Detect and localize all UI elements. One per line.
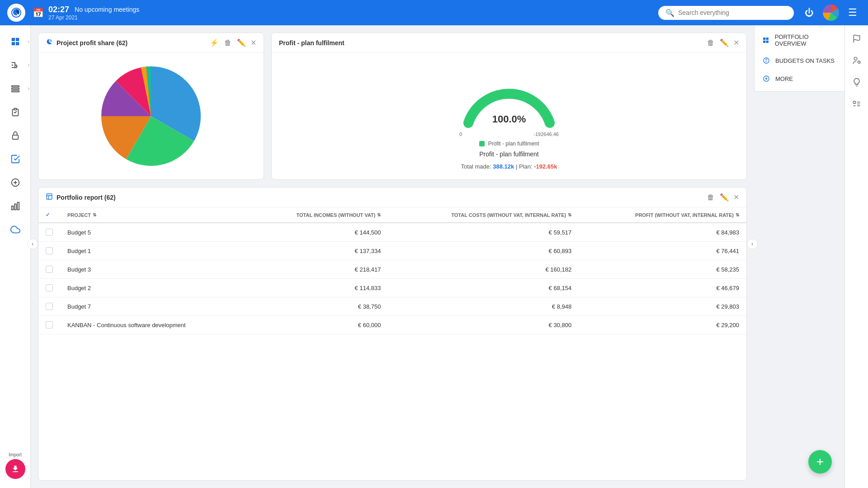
svg-rect-7: [11, 91, 19, 92]
sort-icon-incomes: ⇅: [377, 212, 381, 217]
sidebar-item-tasks[interactable]: [5, 101, 26, 123]
pie-widget-title-text: Project profit share (62): [57, 39, 127, 47]
svg-rect-5: [11, 86, 19, 87]
row-costs-0: € 59,517: [388, 223, 579, 242]
svg-rect-24: [853, 101, 855, 103]
table-widget-actions: 🗑 ✏️ ✕: [706, 192, 739, 202]
row-check-0[interactable]: [38, 223, 60, 242]
row-check-4[interactable]: [38, 297, 60, 316]
table-row[interactable]: Budget 5 € 144,500 € 59,517 € 84,983: [38, 223, 746, 242]
sidebar-item-check[interactable]: [5, 148, 26, 170]
pie-widget-bolt-button[interactable]: ⚡: [209, 38, 220, 48]
pie-title-icon: [46, 38, 53, 47]
power-button[interactable]: ⏻: [801, 5, 817, 21]
add-fab-button[interactable]: +: [808, 450, 832, 474]
svg-rect-6: [11, 88, 19, 89]
calendar-icon: 📅: [33, 7, 44, 18]
search-icon: 🔍: [665, 9, 675, 17]
bulb-button[interactable]: [849, 74, 865, 90]
sidebar-item-list[interactable]: ›: [5, 78, 26, 99]
expand-right-button[interactable]: ›: [747, 239, 758, 249]
th-profit[interactable]: PROFIT (WITHOUT VAT, INTERNAL RATE) ⇅: [579, 207, 746, 223]
table-row[interactable]: Budget 3 € 218,417 € 160,182 € 58,235: [38, 260, 746, 279]
row-profit-2: € 58,235: [579, 260, 746, 279]
table-header-row: ✓ PROJECT ⇅ TOTAL INCOMES (WITHOUT VAT): [38, 207, 746, 223]
svg-rect-8: [14, 108, 17, 110]
row-project-1: Budget 1: [60, 242, 248, 260]
right-panel: [844, 25, 868, 488]
sidebar-item-add-circle[interactable]: [5, 172, 26, 193]
row-check-2[interactable]: [38, 260, 60, 279]
gauge-subtitle: Profit - plan fulfilment: [479, 150, 539, 158]
th-total-costs[interactable]: TOTAL COSTS (WITHOUT VAT, INTERNAL RATE)…: [388, 207, 579, 223]
table-widget: Portfolio report (62) 🗑 ✏️ ✕ ✓ PR: [38, 187, 747, 481]
table-widget-title-text: Portfolio report (62): [57, 194, 116, 201]
row-check-1[interactable]: [38, 242, 60, 260]
table-row[interactable]: KANBAN - Continuous software development…: [38, 316, 746, 334]
gauge-widget-edit-button[interactable]: ✏️: [719, 38, 730, 48]
table-widget-title: Portfolio report (62): [46, 193, 116, 202]
import-button[interactable]: [5, 459, 25, 479]
row-incomes-0: € 144,500: [248, 223, 388, 242]
svg-rect-2: [15, 38, 19, 41]
row-costs-5: € 30,800: [388, 316, 579, 334]
right-menu-panel: PORTFOLIO OVERVIEW BUDGETS ON TASKS MORE: [754, 25, 844, 92]
import-label: Import: [9, 452, 21, 457]
menu-item-more[interactable]: MORE: [755, 70, 844, 88]
svg-rect-17: [763, 41, 765, 43]
avatar[interactable]: [823, 5, 839, 21]
sidebar-item-tree[interactable]: ›: [5, 54, 26, 76]
table-widget-delete-button[interactable]: 🗑: [706, 192, 715, 202]
table-row[interactable]: Budget 2 € 114,833 € 68,154 € 46,679: [38, 279, 746, 297]
gauge-widget-delete-button[interactable]: 🗑: [706, 38, 715, 48]
sidebar-item-grid[interactable]: ›: [5, 31, 26, 52]
table-title-icon: [46, 193, 53, 202]
pie-widget-delete-button[interactable]: 🗑: [223, 38, 232, 48]
meeting-status: No upcoming meetings: [75, 6, 139, 13]
sidebar-item-cloud[interactable]: [5, 219, 26, 240]
row-costs-2: € 160,182: [388, 260, 579, 279]
expand-left-button[interactable]: ›: [27, 239, 38, 249]
table-row[interactable]: Budget 7 € 38,750 € 8,948 € 29,803: [38, 297, 746, 316]
menu-item-portfolio-overview[interactable]: PORTFOLIO OVERVIEW: [755, 29, 844, 52]
gauge-widget-actions: 🗑 ✏️ ✕: [706, 38, 739, 48]
th-project[interactable]: PROJECT ⇅: [60, 207, 248, 223]
search-box[interactable]: 🔍: [658, 6, 794, 20]
plan-value: -192.65k: [534, 163, 557, 170]
gauge-labels: 0 -192646.46: [459, 131, 559, 137]
total-made-value: 388.12k: [493, 163, 514, 170]
meeting-info: 📅 02:27 No upcoming meetings 27 Apr 2021: [33, 5, 139, 21]
svg-rect-16: [766, 38, 769, 40]
flag-button[interactable]: [849, 31, 865, 47]
app-logo[interactable]: [7, 4, 25, 22]
main-content: Project profit share (62) ⚡ 🗑 ✏️ ✕: [31, 25, 754, 488]
gauge-widget-title: Profit - plan fulfilment: [279, 39, 344, 47]
svg-rect-4: [15, 42, 19, 45]
sidebar-item-lock[interactable]: [5, 125, 26, 146]
table-widget-close-button[interactable]: ✕: [733, 193, 739, 202]
gauge-widget: Profit - plan fulfilment 🗑 ✏️ ✕ 100: [271, 33, 747, 180]
th-total-incomes[interactable]: TOTAL INCOMES (WITHOUT VAT) ⇅: [248, 207, 388, 223]
sort-icon-profit: ⇅: [736, 212, 739, 217]
gauge-left-label: 0: [459, 131, 462, 137]
pie-widget-close-button[interactable]: ✕: [250, 38, 256, 47]
svg-rect-9: [12, 135, 18, 139]
menu-button[interactable]: ☰: [844, 5, 861, 21]
svg-point-23: [858, 61, 860, 63]
tasks-button[interactable]: [849, 96, 865, 112]
sidebar-item-chart[interactable]: [5, 195, 26, 217]
row-check-5[interactable]: [38, 316, 60, 334]
gauge-widget-close-button[interactable]: ✕: [733, 38, 739, 47]
search-input[interactable]: [678, 9, 787, 16]
row-check-3[interactable]: [38, 279, 60, 297]
table-widget-edit-button[interactable]: ✏️: [719, 192, 730, 202]
row-project-4: Budget 7: [60, 297, 248, 316]
pie-widget-edit-button[interactable]: ✏️: [236, 38, 247, 48]
budgets-icon: [762, 56, 771, 65]
user-search-button[interactable]: [849, 52, 865, 69]
gauge-widget-title-text: Profit - plan fulfilment: [279, 39, 344, 47]
table-row[interactable]: Budget 1 € 137,334 € 60,893 € 76,441: [38, 242, 746, 260]
menu-item-budgets-on-tasks[interactable]: BUDGETS ON TASKS: [755, 52, 844, 70]
svg-point-22: [854, 57, 857, 61]
row-project-2: Budget 3: [60, 260, 248, 279]
